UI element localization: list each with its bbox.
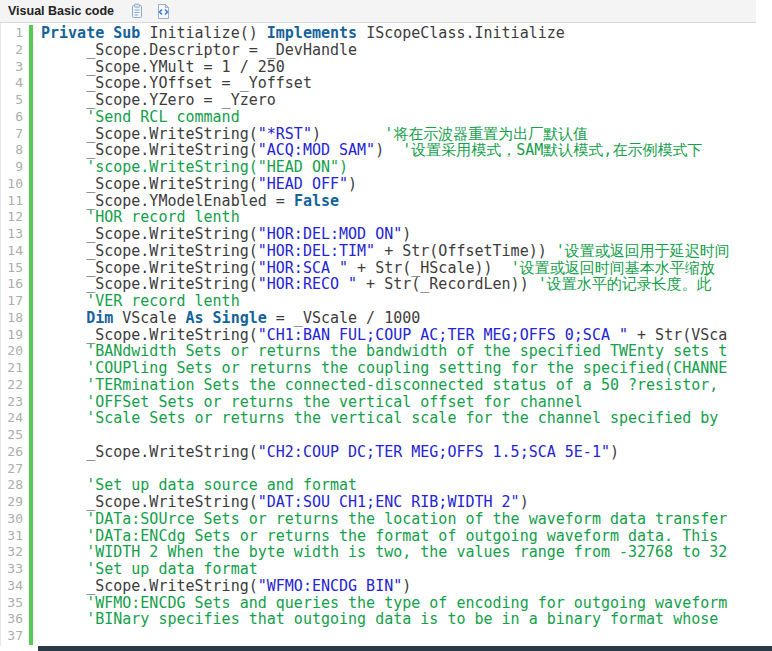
code-token: _Scope.WriteString( <box>41 493 258 511</box>
code-line: 6 'Send RCL command <box>1 109 772 126</box>
line-number: 29 <box>1 494 33 511</box>
code-line: 12 'HOR record lenth <box>1 209 772 226</box>
line-number: 15 <box>1 260 33 277</box>
line-number: 28 <box>1 477 33 494</box>
code-text: _Scope.YZero = _Yzero <box>33 91 276 109</box>
string-token: "HOR:RECO " <box>258 275 357 293</box>
comment-token: 'WIDTH 2 When the byte width is two, the… <box>41 543 727 561</box>
code-text: _Scope.WriteString("WFMO:ENCDG BIN") <box>33 577 411 595</box>
string-token: "HEAD OFF" <box>258 175 348 193</box>
code-token: ) <box>520 493 529 511</box>
code-token: ) <box>312 125 384 143</box>
line-number: 23 <box>1 394 33 411</box>
line-number: 30 <box>1 511 33 528</box>
code-line: 18 Dim VScale As Single = _VScale / 1000 <box>1 310 772 327</box>
code-line: 22 'TERmination Sets the connected-disco… <box>1 377 772 394</box>
code-text: 'scope.WriteString("HEAD ON") <box>33 158 348 176</box>
line-number: 7 <box>1 126 33 143</box>
keyword-token: Dim <box>86 309 113 327</box>
string-token: "ACQ:MOD SAM" <box>258 141 375 159</box>
code-text <box>33 460 41 478</box>
code-line: 17 'VER record lenth <box>1 293 772 310</box>
line-number: 36 <box>1 611 33 628</box>
code-text: 'HOR record lenth <box>33 208 240 226</box>
code-line: 30 'DATa:SOUrce Sets or returns the loca… <box>1 511 772 528</box>
code-text: _Scope.WriteString("HOR:SCA " + Str(_HSc… <box>33 259 715 277</box>
code-area: 1Private Sub Initialize() Implements ISc… <box>0 23 772 646</box>
code-text: _Scope.Descriptor = _DevHandle <box>33 41 357 59</box>
code-text: _Scope.WriteString("*RST") '将在示波器重置为出厂默认… <box>33 125 588 143</box>
code-text: _Scope.YOffset = _Yoffset <box>33 74 312 92</box>
code-text: 'WFMO:ENCDG Sets and queries the type of… <box>33 594 727 612</box>
code-token: VScale <box>113 309 185 327</box>
code-token: Initialize() <box>149 24 266 42</box>
line-number: 33 <box>1 561 33 578</box>
code-token: = _VScale / 1000 <box>267 309 421 327</box>
code-text: _Scope.WriteString("CH1:BAN FUL;COUP AC;… <box>33 326 727 344</box>
comment-token: '设置水平的记录长度。此 <box>538 275 712 293</box>
line-number: 27 <box>1 461 33 478</box>
code-token: _Scope.WriteString( <box>41 242 258 260</box>
copy-icon[interactable] <box>128 3 145 20</box>
code-line: 25 <box>1 427 772 444</box>
code-token: + Str(_HScale)) <box>348 259 511 277</box>
code-text: _Scope.YMult = 1 / 250 <box>33 58 285 76</box>
code-line: 31 'DATa:ENCdg Sets or returns the forma… <box>1 528 772 545</box>
code-text: Dim VScale As Single = _VScale / 1000 <box>33 309 420 327</box>
comment-token: 'DATa:SOUrce Sets or returns the locatio… <box>41 510 727 528</box>
line-number: 31 <box>1 528 33 545</box>
code-line: 15 _Scope.WriteString("HOR:SCA " + Str(_… <box>1 260 772 277</box>
code-line: 13 _Scope.WriteString("HOR:DEL:MOD ON") <box>1 226 772 243</box>
code-text: 'OFFSet Sets or returns the vertical off… <box>33 393 583 411</box>
keyword-token: As Single <box>186 309 267 327</box>
code-text: _Scope.WriteString("ACQ:MOD SAM") '设置采用模… <box>33 141 702 159</box>
code-line: 34 _Scope.WriteString("WFMO:ENCDG BIN") <box>1 578 772 595</box>
code-line: 4 _Scope.YOffset = _Yoffset <box>1 75 772 92</box>
code-view-icon[interactable] <box>155 3 172 20</box>
code-line: 20 'BANdwidth Sets or returns the bandwi… <box>1 343 772 360</box>
line-number: 6 <box>1 109 33 126</box>
code-token: _Scope.WriteString( <box>41 443 258 461</box>
code-line: 37 <box>1 628 772 645</box>
code-token: + Str(OffsetTime)) <box>375 242 556 260</box>
code-text: _Scope.WriteString("CH2:COUP DC;TER MEG;… <box>33 443 619 461</box>
code-token: _Scope.Descriptor = _DevHandle <box>41 41 357 59</box>
code-token <box>41 309 86 327</box>
code-token: _Scope.WriteString( <box>41 141 258 159</box>
string-token: "HOR:DEL:MOD ON" <box>258 225 403 243</box>
line-number: 32 <box>1 544 33 561</box>
comment-token: 'OFFSet Sets or returns the vertical off… <box>41 393 583 411</box>
code-token: ) <box>375 141 402 159</box>
line-number: 34 <box>1 578 33 595</box>
line-number: 18 <box>1 310 33 327</box>
code-text: _Scope.WriteString("HOR:RECO " + Str(_Re… <box>33 275 712 293</box>
keyword-token: False <box>294 192 339 210</box>
code-line: 9 'scope.WriteString("HEAD ON") <box>1 159 772 176</box>
code-token: _Scope.WriteString( <box>41 125 258 143</box>
code-text: 'WIDTH 2 When the byte width is two, the… <box>33 543 727 561</box>
line-number: 1 <box>1 25 33 42</box>
code-text: _Scope.YModelEnabled = False <box>33 192 339 210</box>
code-block-title: Visual Basic code <box>8 4 114 18</box>
code-token: _Scope.YModelEnabled = <box>41 192 294 210</box>
code-token: + Str(_RecordLen)) <box>357 275 538 293</box>
code-token: IScopeClass.Initialize <box>366 24 565 42</box>
code-token: _Scope.WriteString( <box>41 175 258 193</box>
code-token: + Str(VSca <box>628 326 727 344</box>
comment-token: 'COUPling Sets or returns the coupling s… <box>41 359 727 377</box>
horizontal-scrollbar[interactable] <box>38 646 772 651</box>
string-token: "DAT:SOU CH1;ENC RIB;WIDTH 2" <box>258 493 520 511</box>
string-token: "*RST" <box>258 125 312 143</box>
code-token: ) <box>402 225 411 243</box>
code-text: 'COUPling Sets or returns the coupling s… <box>33 359 727 377</box>
string-token: "HOR:SCA " <box>258 259 348 277</box>
code-line: 27 <box>1 461 772 478</box>
code-line: 36 'BINary specifies that outgoing data … <box>1 611 772 628</box>
comment-token: '设置或返回时间基本水平缩放 <box>511 259 715 277</box>
code-block-header: Visual Basic code <box>0 0 756 23</box>
code-token: _Scope.YOffset = _Yoffset <box>41 74 312 92</box>
comment-token: 'WFMO:ENCDG Sets and queries the type of… <box>41 594 727 612</box>
code-text: _Scope.WriteString("DAT:SOU CH1;ENC RIB;… <box>33 493 529 511</box>
code-text: 'BINary specifies that outgoing data is … <box>33 610 718 628</box>
comment-token: 'Set up data source and format <box>41 476 357 494</box>
